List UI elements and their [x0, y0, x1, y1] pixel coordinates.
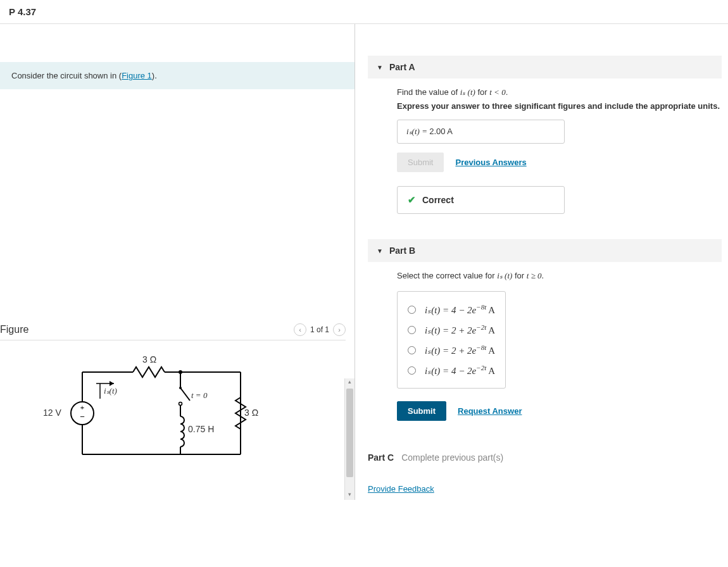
left-scrollbar[interactable]: ▴ ▾	[344, 378, 355, 500]
figure-link[interactable]: Figure 1	[122, 71, 152, 80]
figure-title: Figure	[0, 324, 28, 335]
part-a-instruction: Find the value of iₛ (t) for t < 0.	[397, 87, 722, 97]
figure-next-button[interactable]: ›	[333, 323, 346, 336]
svg-line-11	[180, 388, 190, 401]
problem-id: P 4.37	[0, 0, 728, 23]
label-switch: t = 0	[191, 390, 207, 401]
choice-2-radio[interactable]	[408, 326, 416, 334]
svg-text:+: +	[80, 404, 84, 411]
prompt-text-pre: Consider the circuit shown in (	[11, 71, 122, 80]
part-a-title: Part A	[389, 62, 415, 72]
part-c-note: Complete previous part(s)	[401, 452, 503, 463]
caret-down-icon: ▼	[377, 247, 383, 254]
svg-point-14	[179, 402, 182, 406]
label-r-top: 3 Ω	[142, 354, 156, 364]
choice-2[interactable]: iₛ(t) = 2 + 2e−2t A	[408, 320, 495, 340]
part-a-submit-button: Submit	[397, 153, 444, 172]
request-answer-link[interactable]: Request Answer	[458, 406, 522, 416]
part-b-title: Part B	[389, 246, 415, 256]
svg-text:−: −	[80, 412, 85, 421]
part-a-header[interactable]: ▼ Part A	[368, 56, 722, 78]
label-r-right: 3 Ω	[244, 408, 258, 418]
part-b-instruction: Select the correct value for iₛ (t) for …	[397, 271, 722, 281]
part-a-answer: iₛ(t) = 2.00 A	[397, 120, 565, 144]
svg-marker-19	[110, 381, 114, 386]
label-voltage: 12 V	[43, 408, 61, 418]
circuit-diagram: + −	[44, 353, 323, 480]
choice-1[interactable]: iₛ(t) = 4 − 2e−8t A	[408, 299, 495, 320]
label-inductor: 0.75 H	[188, 424, 214, 434]
part-b-submit-button[interactable]: Submit	[397, 401, 446, 421]
previous-answers-link[interactable]: Previous Answers	[455, 158, 526, 167]
svg-point-12	[179, 387, 182, 389]
choice-4[interactable]: iₛ(t) = 4 − 2e−2t A	[408, 360, 495, 380]
figure-pager-text: 1 of 1	[310, 325, 329, 334]
part-b-choices: iₛ(t) = 4 − 2e−8t A iₛ(t) = 2 + 2e−2t A …	[397, 291, 506, 389]
provide-feedback-link[interactable]: Provide Feedback	[368, 484, 434, 494]
part-b-header[interactable]: ▼ Part B	[368, 239, 722, 262]
figure-prev-button[interactable]: ‹	[294, 323, 306, 336]
problem-prompt: Consider the circuit shown in (Figure 1)…	[0, 62, 355, 89]
part-c-title: Part C	[368, 452, 394, 463]
part-a-hint: Express your answer to three significant…	[397, 101, 722, 111]
choice-4-radio[interactable]	[408, 366, 416, 375]
part-c-row: Part C Complete previous part(s)	[368, 452, 722, 463]
prompt-text-suf: ).	[152, 71, 157, 80]
choice-3-radio[interactable]	[408, 346, 416, 354]
choice-3[interactable]: iₛ(t) = 2 + 2e−8t A	[408, 340, 495, 360]
choice-1-radio[interactable]	[408, 306, 416, 314]
part-a-feedback: ✔ Correct	[397, 186, 565, 214]
correct-label: Correct	[422, 195, 454, 205]
label-current: iₛ(t)	[104, 386, 117, 396]
caret-down-icon: ▼	[377, 64, 383, 71]
check-icon: ✔	[408, 194, 416, 206]
